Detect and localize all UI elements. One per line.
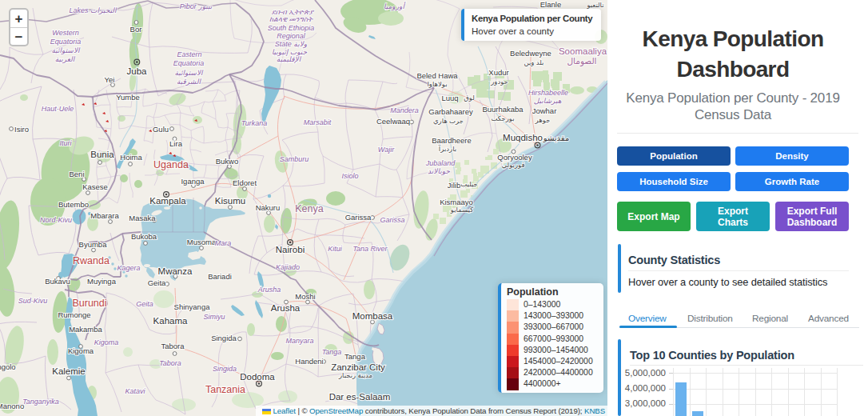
svg-text:Makamba: Makamba (69, 325, 102, 334)
svg-text:Tana River: Tana River (352, 245, 388, 253)
svg-text:Garissa: Garissa (380, 216, 404, 224)
svg-text:Handeni: Handeni (295, 357, 323, 366)
svg-text:Kenya: Kenya (295, 203, 323, 214)
svg-text:Tanzania: Tanzania (205, 384, 245, 395)
svg-text:Eastern: Eastern (177, 50, 201, 58)
svg-text:Muqdisho: Muqdisho (503, 133, 543, 142)
svg-text:Beni: Beni (69, 170, 84, 178)
svg-text:Kisumu: Kisumu (215, 196, 245, 206)
svg-text:Bukavu: Bukavu (45, 277, 70, 286)
svg-text:Masaka: Masaka (129, 214, 156, 222)
svg-text:قوريولي: قوريولي (502, 161, 525, 169)
svg-text:Marsabit: Marsabit (304, 118, 332, 126)
svg-text:Garbahaarey: Garbahaarey (428, 107, 473, 116)
svg-text:Arusha: Arusha (257, 286, 281, 294)
svg-text:Jowhar: Jowhar (532, 106, 557, 115)
svg-text:Eldoret: Eldoret (233, 178, 257, 187)
svg-text:Tanga: Tanga (322, 348, 342, 356)
svg-text:Kampala: Kampala (149, 196, 186, 206)
svg-text:Hirshabeelle: Hirshabeelle (528, 89, 568, 97)
svg-text:بولاهاوا: بولاهاوا (427, 80, 447, 88)
svg-text:Dar es-Salaam: Dar es-Salaam (329, 392, 391, 402)
svg-text:Isiolo: Isiolo (341, 172, 358, 180)
svg-text:Kigoma: Kigoma (68, 346, 94, 355)
svg-text:Western: Western (52, 29, 78, 37)
svg-text:Equatoria: Equatoria (173, 59, 205, 67)
svg-text:الغربية: الغربية (55, 55, 76, 64)
svg-text:Nakuru: Nakuru (256, 203, 281, 212)
svg-text:Ceelwaaq: Ceelwaaq (376, 117, 410, 126)
svg-text:Jubaland: Jubaland (425, 159, 456, 167)
svg-text:Mara: Mara (215, 239, 232, 247)
svg-text:Tabora: Tabora (161, 342, 185, 350)
svg-text:Burundi: Burundi (72, 298, 106, 309)
svg-text:Bor: Bor (130, 25, 142, 34)
svg-text:Yei: Yei (105, 75, 115, 84)
svg-text:Samburu: Samburu (280, 155, 309, 163)
svg-text:Kasese: Kasese (82, 182, 108, 191)
svg-text:Nairobi: Nairobi (276, 245, 305, 254)
svg-text:Mwanza: Mwanza (158, 266, 193, 276)
svg-text:Tanganyika: Tanganyika (22, 398, 59, 406)
svg-text:Ituri: Ituri (59, 139, 72, 147)
svg-text:Rwanda: Rwanda (73, 255, 109, 266)
svg-text:Baardheere: Baardheere (432, 136, 472, 145)
svg-text:جرب هاري: جرب هاري (433, 117, 464, 125)
svg-text:Bunia: Bunia (90, 150, 114, 159)
svg-text:مدينة زنجبار: مدينة زنجبار (338, 371, 372, 379)
svg-text:Soomaaliya: Soomaaliya (559, 46, 607, 56)
svg-text:Garissa: Garissa (345, 213, 372, 222)
svg-text:Bariadi: Bariadi (208, 272, 232, 281)
svg-text:هيرشابيل: هيرشابيل (534, 97, 562, 106)
svg-text:Wajir: Wajir (378, 146, 395, 154)
svg-text:Isiro: Isiro (14, 125, 29, 134)
svg-text:Singida: Singida (213, 365, 237, 373)
svg-text:تالتعبو: تالتعبو (586, 1, 604, 9)
svg-text:Kajiado: Kajiado (276, 263, 300, 271)
svg-text:لوق: لوق (464, 94, 475, 102)
svg-text:الصومال: الصومال (567, 56, 596, 66)
svg-text:كيسمايو: كيسمايو (450, 206, 474, 214)
svg-text:Regional: Regional (277, 32, 306, 40)
svg-text:Bukoba: Bukoba (131, 232, 157, 241)
svg-text:Geita: Geita (136, 300, 153, 308)
svg-text:Mombasa: Mombasa (352, 311, 393, 321)
svg-text:بورحكب: بورحكب (491, 114, 514, 122)
svg-text:ከልላዊ መንግስት: ከልላዊ መንግስት (269, 15, 313, 23)
svg-text:الإقليمية: الإقليمية (277, 55, 302, 64)
svg-text:باردبرآ: باردبرآ (438, 144, 456, 153)
svg-text:Pibor بيبور: Pibor بيبور (180, 2, 213, 11)
svg-text:Juba: Juba (127, 66, 148, 76)
svg-text:Mandera: Mandera (390, 106, 419, 114)
svg-text:الاستوائية: الاستوائية (174, 69, 204, 78)
svg-text:ngolo: ngolo (0, 362, 16, 371)
svg-text:حودور: حودور (490, 78, 508, 86)
svg-text:Turkana: Turkana (241, 119, 267, 127)
svg-text:Kagera: Kagera (117, 264, 140, 272)
svg-text:Geita: Geita (148, 278, 166, 287)
svg-text:Bukwo: Bukwo (216, 157, 239, 166)
svg-text:Luuq: Luuq (441, 94, 458, 102)
svg-text:Xudur: Xudur (488, 68, 508, 77)
svg-text:Musoma: Musoma (187, 238, 217, 246)
svg-text:Simiyu: Simiyu (203, 313, 225, 321)
svg-text:Sud-Kivu: Sud-Kivu (18, 297, 48, 305)
svg-text:Kitui: Kitui (328, 245, 343, 253)
svg-text:Uganda: Uganda (153, 159, 189, 170)
svg-text:South Ethiopia: South Ethiopia (268, 24, 315, 32)
svg-text:جوهر: جوهر (535, 116, 551, 124)
svg-text:Shinyanga: Shinyanga (174, 302, 211, 311)
svg-text:Nord-Kivu: Nord-Kivu (40, 216, 72, 224)
svg-text:Butembo: Butembo (58, 200, 89, 209)
svg-text:جيليب: جيليب (460, 180, 478, 188)
svg-text:Beledweyne: Beledweyne (510, 49, 551, 58)
svg-text:Moshi: Moshi (295, 292, 315, 301)
svg-text:Tabora: Tabora (159, 359, 181, 367)
svg-text:Yumbe: Yumbe (116, 93, 140, 102)
svg-text:Manono: Manono (0, 402, 24, 410)
svg-text:Rumonge: Rumonge (58, 310, 90, 319)
svg-text:Elanle: Elanle (540, 0, 561, 9)
svg-text:Kalemie: Kalemie (52, 366, 86, 376)
svg-text:الشرقية: الشرقية (177, 78, 202, 86)
svg-text:Buurhakaba: Buurhakaba (482, 105, 524, 114)
